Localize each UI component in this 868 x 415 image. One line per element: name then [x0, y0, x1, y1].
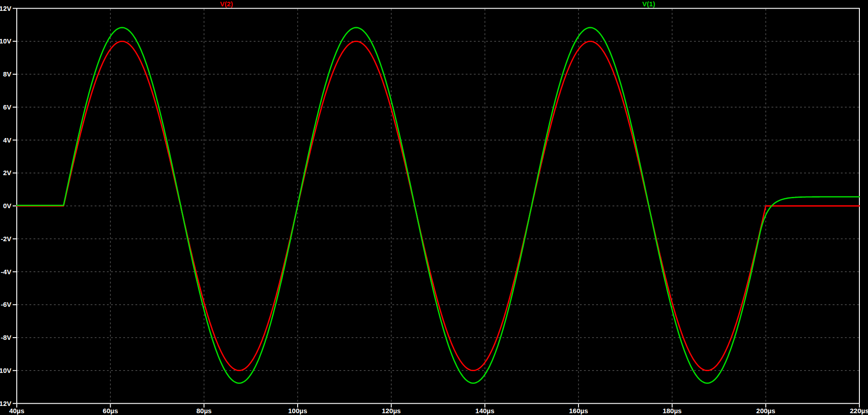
y-tick-label[interactable]: 6V	[3, 103, 11, 111]
trace-v1[interactable]	[17, 28, 859, 383]
x-tick-label[interactable]: 220µs	[850, 407, 868, 415]
y-tick-label[interactable]: 10V	[0, 37, 11, 45]
y-tick-label[interactable]: -12V	[0, 400, 11, 407]
y-tick-label[interactable]: 12V	[0, 5, 11, 12]
y-tick-label[interactable]: 8V	[3, 70, 11, 78]
x-tick-label[interactable]: 120µs	[382, 407, 401, 415]
y-tick-label[interactable]: -8V	[1, 334, 11, 341]
x-tick-label[interactable]: 40µs	[9, 407, 24, 415]
x-tick-label[interactable]: 200µs	[756, 407, 775, 415]
y-tick-label[interactable]: -2V	[1, 235, 11, 243]
x-tick-label[interactable]: 100µs	[288, 407, 307, 415]
y-tick-label[interactable]: -4V	[1, 268, 11, 276]
y-tick-label[interactable]: 4V	[3, 136, 11, 144]
y-tick-label[interactable]: -10V	[0, 367, 11, 374]
x-tick-label[interactable]: 180µs	[663, 407, 682, 415]
plot-canvas[interactable]: 12V10V8V6V4V2V0V-2V-4V-6V-8V-10V-12V40µs…	[0, 0, 868, 415]
x-tick-label[interactable]: 80µs	[196, 407, 212, 415]
waveform-plot-pane[interactable]: V(2) V(1) 12V10V8V6V4V2V0V-2V-4V-6V-8V-1…	[0, 0, 868, 415]
y-axis-labels[interactable]: 12V10V8V6V4V2V0V-2V-4V-6V-8V-10V-12V	[0, 5, 11, 407]
x-tick-label[interactable]: 140µs	[475, 407, 494, 415]
axis-tick-marks	[13, 9, 859, 408]
y-tick-label[interactable]: -6V	[1, 301, 11, 308]
x-tick-label[interactable]: 160µs	[569, 407, 588, 415]
y-tick-label[interactable]: 2V	[3, 169, 11, 176]
y-tick-label[interactable]: 0V	[3, 202, 11, 210]
x-tick-label[interactable]: 60µs	[103, 407, 118, 415]
x-axis-labels[interactable]: 40µs60µs80µs100µs120µs140µs160µs180µs200…	[9, 407, 868, 415]
